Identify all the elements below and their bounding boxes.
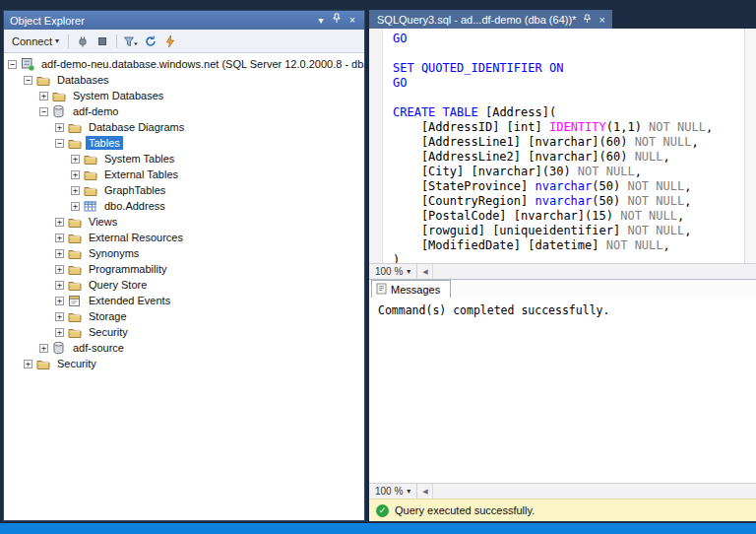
tree-item-external-tables[interactable]: +External Tables <box>4 167 364 182</box>
messages-horizontal-scrollbar[interactable] <box>433 484 756 499</box>
tree-item-dbo-address[interactable]: +dbo.Address <box>4 198 364 214</box>
tree-item-security[interactable]: +Security <box>4 324 364 340</box>
folder-icon <box>68 325 83 339</box>
tree-item-adf-demo-neu-database-windows-net-sql-server-12-0-2000-8-dba[interactable]: −adf-demo-neu.database.windows.net (SQL … <box>4 56 364 72</box>
tree-item-adf-demo[interactable]: −adf-demo <box>4 103 364 119</box>
tree-item-label: External Resources <box>86 231 186 244</box>
tree-item-label: GraphTables <box>101 183 168 197</box>
tree-item-label: Extended Events <box>86 294 173 307</box>
tree-item-label: adf-source <box>70 341 127 355</box>
tree-item-programmability[interactable]: +Programmability <box>4 261 364 277</box>
folder-icon <box>68 120 83 134</box>
pin-icon[interactable] <box>329 13 345 29</box>
activity-monitor-icon[interactable] <box>161 33 179 50</box>
tree-item-views[interactable]: +Views <box>4 214 364 230</box>
tree-item-label: System Tables <box>101 152 177 166</box>
expand-icon[interactable]: + <box>71 155 80 164</box>
collapse-icon[interactable]: − <box>24 76 32 85</box>
expand-icon[interactable]: + <box>71 202 80 211</box>
object-explorer-titlebar[interactable]: Object Explorer ▾ × <box>4 11 364 30</box>
tree-item-query-store[interactable]: +Query Store <box>4 277 364 293</box>
tree-item-label: System Databases <box>70 89 166 102</box>
editor-status-row: 100 % ▾ ◀ <box>369 263 756 279</box>
connect-button[interactable]: Connect ▾ <box>8 33 63 49</box>
tree-item-storage[interactable]: +Storage <box>4 308 364 324</box>
tree-item-label: External Tables <box>101 167 181 181</box>
expand-icon[interactable]: + <box>55 281 64 290</box>
sql-editor[interactable]: GO SET QUOTED_IDENTIFIER ONGO CREATE TAB… <box>369 29 756 263</box>
window-position-icon[interactable]: ▾ <box>313 13 329 29</box>
code-line: GO <box>393 76 742 91</box>
object-explorer-panel: Object Explorer ▾ × Connect ▾ −adf-demo-… <box>3 10 365 521</box>
scroll-left-icon[interactable]: ◀ <box>417 264 433 279</box>
tree-item-label: Query Store <box>86 278 150 292</box>
expand-icon[interactable]: + <box>71 170 80 179</box>
code-line: GO <box>393 32 742 46</box>
expand-icon[interactable]: + <box>55 249 64 258</box>
tree-item-database-diagrams[interactable]: +Database Diagrams <box>4 119 364 135</box>
tab-close-icon[interactable]: × <box>598 14 604 26</box>
tree-item-system-tables[interactable]: +System Tables <box>4 151 364 167</box>
scroll-left-icon[interactable]: ◀ <box>417 484 433 499</box>
expand-icon[interactable]: + <box>71 186 80 195</box>
toolbar-separator <box>116 34 117 48</box>
expand-icon[interactable]: + <box>55 123 64 132</box>
expand-icon[interactable]: + <box>55 312 64 321</box>
folder-icon <box>84 183 98 197</box>
expand-icon[interactable]: + <box>55 234 64 242</box>
tree-item-graphtables[interactable]: +GraphTables <box>4 182 364 198</box>
editor-vertical-scrollbar[interactable] <box>744 29 756 263</box>
tree-item-security[interactable]: +Security <box>4 356 364 371</box>
editor-zoom-control[interactable]: 100 % ▾ <box>369 264 417 279</box>
expand-icon[interactable]: + <box>24 360 32 368</box>
tree-item-extended-events[interactable]: +Extended Events <box>4 293 364 308</box>
code-line: CREATE TABLE [Address]( <box>393 105 742 120</box>
toolbar-separator <box>68 34 69 48</box>
tab-messages[interactable]: Messages <box>371 280 451 298</box>
expand-icon[interactable]: + <box>39 92 48 100</box>
document-tab[interactable]: SQLQuery3.sql - ad...df-demo (dba (64))*… <box>369 10 612 29</box>
tree-item-label: Programmability <box>86 262 169 276</box>
connect-label: Connect <box>12 35 52 47</box>
expand-icon[interactable]: + <box>55 218 64 227</box>
messages-zoom-control[interactable]: 100 % ▾ <box>369 484 417 499</box>
collapse-icon[interactable]: − <box>55 139 64 148</box>
messages-zoom-value: 100 % <box>375 486 403 497</box>
server-icon <box>21 57 35 71</box>
events-icon <box>68 294 83 307</box>
document-tab-title: SQLQuery3.sql - ad...df-demo (dba (64))* <box>377 14 576 26</box>
expand-icon[interactable]: + <box>55 328 64 337</box>
close-icon[interactable]: × <box>345 13 360 29</box>
folder-icon <box>84 167 98 181</box>
code-line: [rowguid] [uniqueidentifier] NOT NULL, <box>393 224 742 238</box>
filter-icon[interactable] <box>122 33 140 50</box>
collapse-icon[interactable]: − <box>39 107 48 116</box>
tree-item-tables[interactable]: −Tables <box>4 135 364 151</box>
folder-icon <box>68 215 83 229</box>
stop-icon[interactable] <box>94 33 111 50</box>
disconnect-icon[interactable] <box>74 33 92 50</box>
tab-pin-icon[interactable] <box>583 14 592 26</box>
tree-item-system-databases[interactable]: +System Databases <box>4 88 364 103</box>
refresh-icon[interactable] <box>142 33 159 50</box>
object-explorer-toolbar: Connect ▾ <box>4 30 364 53</box>
expand-icon[interactable]: + <box>55 297 64 305</box>
expand-icon[interactable]: + <box>39 344 48 353</box>
editor-horizontal-scrollbar[interactable] <box>433 264 756 279</box>
tree-item-external-resources[interactable]: +External Resources <box>4 230 364 245</box>
tree-item-adf-source[interactable]: +adf-source <box>4 340 364 356</box>
success-check-icon: ✓ <box>376 504 389 517</box>
messages-pane[interactable]: Command(s) completed successfully. <box>369 298 756 483</box>
tree-item-databases[interactable]: −Databases <box>4 72 364 88</box>
code-line: [City] [nvarchar](30) NOT NULL, <box>393 165 742 179</box>
main-window-status-bar <box>0 523 756 534</box>
tree-item-synonyms[interactable]: +Synonyms <box>4 245 364 261</box>
collapse-icon[interactable]: − <box>8 60 17 69</box>
editor-zoom-value: 100 % <box>375 266 403 277</box>
editor-selection-margin <box>369 29 383 263</box>
expand-icon[interactable]: + <box>55 265 64 274</box>
tree-item-label: Database Diagrams <box>86 120 187 134</box>
sql-code[interactable]: GO SET QUOTED_IDENTIFIER ONGO CREATE TAB… <box>393 32 742 263</box>
messages-text: Command(s) completed successfully. <box>378 303 609 317</box>
tree-item-label: adf-demo-neu.database.windows.net (SQL S… <box>38 57 364 71</box>
